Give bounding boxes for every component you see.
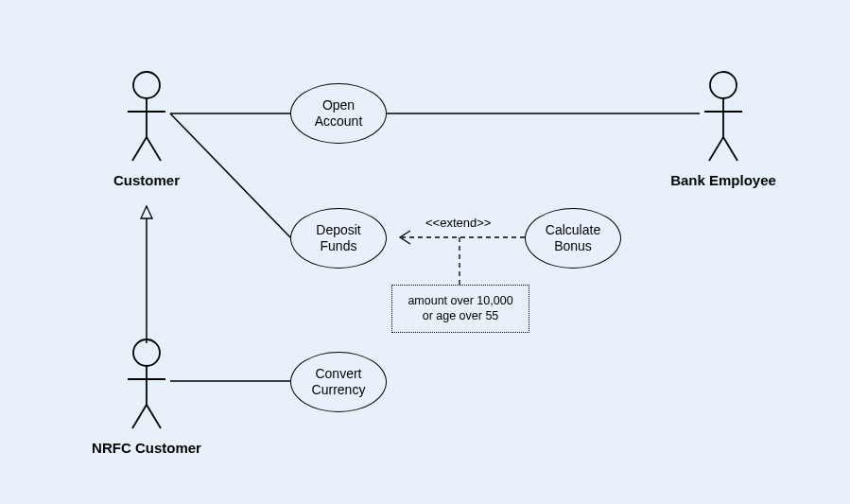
- usecase-text: Open: [322, 97, 355, 113]
- label-extend: <<extend>>: [425, 216, 491, 230]
- actor-nrfc-customer: [128, 339, 165, 428]
- usecase-text: Funds: [321, 238, 357, 253]
- svg-point-5: [133, 339, 160, 366]
- usecase-text: Convert: [315, 366, 361, 381]
- usecase-calculate-bonus: Calculate Bonus: [525, 208, 621, 269]
- condition-note: amount over 10,000 or age over 55: [391, 285, 529, 333]
- actor-bank-employee: [704, 72, 742, 161]
- generalization-arrowhead: [141, 206, 152, 218]
- svg-point-10: [710, 72, 737, 98]
- usecase-text: Deposit: [316, 222, 360, 237]
- usecase-text: Bonus: [554, 238, 592, 253]
- label-nrfc-customer: NRFC Customer: [90, 440, 203, 456]
- label-bank-employee: Bank Employee: [667, 172, 780, 188]
- svg-line-4: [147, 137, 161, 161]
- label-customer: Customer: [104, 172, 189, 188]
- svg-line-9: [147, 405, 161, 428]
- usecase-convert-currency: Convert Currency: [290, 352, 387, 412]
- actor-customer: [128, 72, 165, 161]
- usecase-open-account: Open Account: [290, 83, 387, 144]
- usecase-text: Calculate: [546, 222, 600, 237]
- usecase-text: Account: [315, 113, 363, 129]
- condition-text: or age over 55: [423, 309, 499, 322]
- svg-line-14: [723, 137, 737, 161]
- usecase-text: Currency: [312, 382, 366, 397]
- condition-text: amount over 10,000: [408, 294, 512, 307]
- svg-line-13: [709, 137, 723, 161]
- diagram-canvas: [0, 0, 850, 504]
- svg-line-8: [132, 405, 147, 428]
- svg-line-3: [132, 137, 147, 161]
- usecase-deposit-funds: Deposit Funds: [290, 208, 387, 269]
- svg-point-0: [133, 72, 160, 98]
